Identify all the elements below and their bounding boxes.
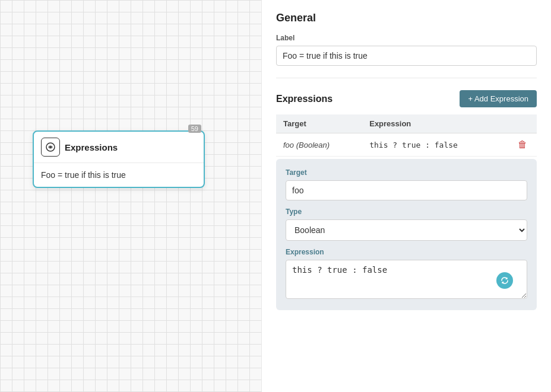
add-expression-button[interactable]: + Add Expression (460, 90, 537, 107)
delete-cell: 🗑 (508, 133, 537, 157)
expression-cell: this ? true : false (362, 133, 508, 157)
node-body-text: Foo = true if this is true (41, 170, 126, 180)
svg-point-1 (50, 146, 52, 148)
expression-detail-panel: Target Type BooleanStringNumberObject Ex… (276, 159, 537, 310)
col-target-header: Target (276, 114, 362, 133)
node-header: Expressions (34, 132, 204, 163)
label-input[interactable] (276, 46, 537, 66)
detail-type-select[interactable]: BooleanStringNumberObject (286, 219, 527, 241)
canvas: 59 Expressions Foo = true if this is tru… (0, 0, 261, 392)
refresh-button[interactable] (496, 272, 513, 289)
label-field-label: Label (276, 34, 537, 42)
node-title: Expressions (65, 142, 118, 152)
table-row[interactable]: foo (Boolean) this ? true : false 🗑 (276, 133, 537, 157)
detail-expression-label: Expression (286, 248, 527, 256)
expressions-table: Target Expression foo (Boolean) this ? t… (276, 114, 537, 157)
section-title: General (276, 12, 537, 24)
add-expression-label: + Add Expression (468, 94, 528, 103)
detail-target-input[interactable] (286, 180, 527, 200)
detail-type-label: Type (286, 208, 527, 216)
right-panel: General Label Expressions + Add Expressi… (261, 0, 551, 392)
expressions-section-title: Expressions (276, 94, 332, 104)
node-icon (41, 138, 60, 157)
divider (276, 78, 537, 78)
expression-textarea-wrapper (286, 260, 527, 301)
node-card[interactable]: 59 Expressions Foo = true if this is tru… (33, 130, 205, 188)
node-badge: 59 (188, 125, 201, 133)
target-cell: foo (Boolean) (276, 133, 362, 157)
detail-expression-textarea[interactable] (286, 260, 527, 299)
delete-row-button[interactable]: 🗑 (515, 138, 530, 151)
col-expression-header: Expression (362, 114, 508, 133)
detail-target-label: Target (286, 168, 527, 177)
node-body: Foo = true if this is true (34, 163, 204, 187)
expressions-header: Expressions + Add Expression (276, 90, 537, 107)
